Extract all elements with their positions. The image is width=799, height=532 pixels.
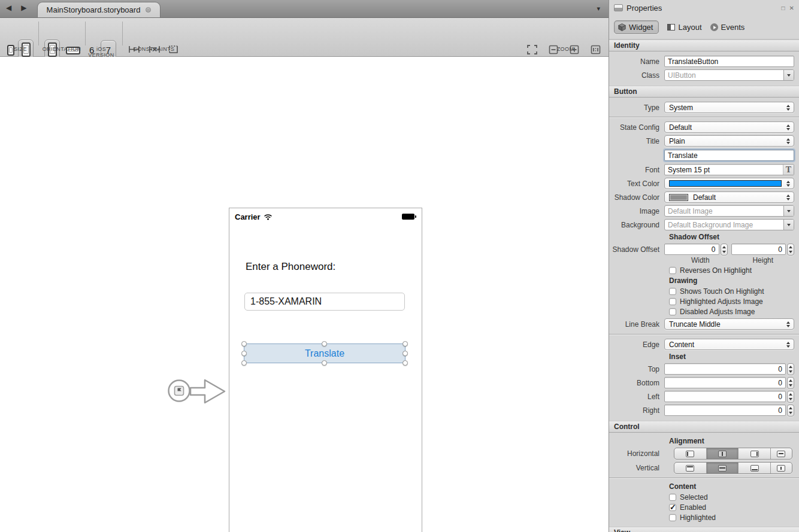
horizontal-alignment-segmented	[674, 448, 792, 460]
inset-top-input[interactable]: 0	[664, 363, 786, 375]
shadow-offset-width-stepper[interactable]	[721, 244, 728, 256]
chevron-down-icon[interactable]	[783, 206, 794, 216]
enabled-checkbox[interactable]	[669, 504, 676, 511]
inset-bottom-stepper[interactable]	[787, 377, 794, 389]
back-button[interactable]: ◀	[6, 4, 11, 12]
align-h-center-segment[interactable]	[707, 448, 739, 459]
line-break-popup[interactable]: Truncate Middle	[664, 318, 794, 330]
tab-layout[interactable]: Layout	[667, 23, 701, 32]
highlighted-row: Highlighted	[609, 512, 799, 522]
class-combo[interactable]: UIButton	[664, 69, 794, 81]
phoneword-label[interactable]: Enter a Phoneword:	[246, 261, 335, 273]
highlighted-adjusts-checkbox[interactable]	[669, 298, 676, 305]
resize-handle[interactable]	[241, 351, 247, 356]
title-mode-row: Title Plain	[609, 134, 799, 148]
title-text-row: Translate	[609, 148, 799, 163]
tab-widget[interactable]: Widget	[614, 20, 659, 34]
reverses-on-highlight-checkbox[interactable]	[669, 267, 676, 274]
shadow-color-row: Shadow Color Default	[609, 190, 799, 204]
section-button[interactable]: Button	[609, 86, 799, 98]
resize-handle[interactable]	[402, 351, 408, 356]
image-combo[interactable]: Default Image	[664, 205, 794, 217]
align-v-middle-segment[interactable]	[707, 463, 739, 473]
text-color-popup[interactable]	[664, 178, 794, 189]
section-control[interactable]: Control	[609, 421, 799, 433]
line-break-row: Line Break Truncate Middle	[609, 317, 799, 332]
disabled-adjusts-checkbox[interactable]	[669, 308, 676, 315]
align-h-right-segment[interactable]	[739, 448, 771, 459]
section-view[interactable]: View	[609, 527, 799, 532]
resize-handle[interactable]	[402, 341, 408, 346]
disabled-adjusts-label: Disabled Adjusts Image	[680, 308, 755, 316]
highlighted-checkbox[interactable]	[669, 514, 676, 521]
tab-dirty-indicator-icon[interactable]	[146, 7, 151, 13]
inset-right-input[interactable]: 0	[664, 405, 786, 416]
selected-checkbox[interactable]	[669, 494, 676, 501]
background-combo[interactable]: Default Background Image	[664, 219, 794, 230]
storyboard-canvas[interactable]: Carrier Enter a Phoneword: 1-855-XAMARIN…	[0, 57, 609, 532]
inset-left-stepper[interactable]	[787, 391, 794, 403]
chevron-down-icon[interactable]	[783, 220, 794, 230]
cube-icon	[618, 23, 626, 31]
dock-pad-button[interactable]: □	[782, 5, 785, 11]
resize-handle[interactable]	[322, 360, 327, 366]
type-popup[interactable]: System	[664, 102, 794, 113]
chevron-down-icon[interactable]	[783, 70, 794, 80]
button-title-input[interactable]: Translate	[664, 150, 794, 161]
resize-handle[interactable]	[402, 360, 408, 366]
class-label: Class	[609, 71, 664, 80]
wifi-icon	[264, 214, 273, 220]
name-input[interactable]: TranslateButton	[664, 56, 794, 67]
divider	[609, 478, 799, 479]
inset-right-stepper[interactable]	[787, 405, 794, 417]
tab-overflow-chevron-icon[interactable]: ▾	[597, 5, 600, 13]
shadow-offset-width-input[interactable]: 0	[664, 244, 719, 255]
shadow-offset-height-input[interactable]: 0	[731, 244, 786, 255]
align-v-fill-icon	[777, 465, 785, 472]
close-pad-button[interactable]: ✕	[789, 5, 794, 11]
align-h-left-segment[interactable]	[674, 448, 707, 459]
alignment-header: Alignment	[609, 436, 799, 446]
shows-touch-checkbox[interactable]	[669, 288, 676, 295]
align-h-fill-segment[interactable]	[771, 448, 792, 459]
width-label: Width	[669, 256, 732, 265]
shadow-offset-height-stepper[interactable]	[787, 244, 794, 256]
forward-button[interactable]: ▶	[21, 4, 26, 12]
tab-mainstoryboard[interactable]: MainStoryboard.storyboard	[37, 2, 161, 17]
inset-bottom-input[interactable]: 0	[664, 377, 786, 388]
align-right-icon	[750, 451, 759, 457]
inset-top-row: Top 0	[609, 362, 799, 376]
highlighted-adjusts-row: Highlighted Adjusts Image	[609, 296, 799, 306]
vertical-alignment-row: Vertical	[609, 461, 799, 475]
inset-left-input[interactable]: 0	[664, 391, 786, 402]
font-picker-button[interactable]: T	[783, 165, 794, 175]
title-mode-value: Plain	[669, 137, 685, 145]
tab-events[interactable]: Events	[710, 23, 745, 32]
edge-label: Edge	[609, 341, 664, 349]
view-controller[interactable]: Carrier Enter a Phoneword: 1-855-XAMARIN…	[229, 208, 422, 532]
title-mode-popup[interactable]: Plain	[664, 135, 794, 147]
updown-arrows-icon	[786, 138, 791, 144]
line-break-value: Truncate Middle	[669, 320, 721, 329]
state-config-popup[interactable]: Default	[664, 121, 794, 133]
resize-handle[interactable]	[322, 341, 327, 346]
translate-button-selected[interactable]: Translate	[244, 343, 405, 363]
phone-number-textfield[interactable]: 1-855-XAMARIN	[244, 293, 405, 311]
align-v-top-segment[interactable]	[674, 463, 707, 473]
inset-top-stepper[interactable]	[787, 363, 794, 375]
text-color-swatch	[669, 180, 782, 187]
highlighted-adjusts-label: Highlighted Adjusts Image	[680, 297, 763, 306]
text-color-row: Text Color	[609, 177, 799, 190]
state-config-label: State Config	[609, 123, 664, 132]
initial-view-controller-arrow-icon[interactable]	[167, 372, 228, 411]
resize-handle[interactable]	[241, 341, 247, 346]
align-v-fill-segment[interactable]	[771, 463, 792, 473]
font-field[interactable]: System 15 pt T	[664, 164, 794, 175]
edge-popup[interactable]: Content	[664, 339, 794, 350]
section-identity[interactable]: Identity	[609, 39, 799, 51]
align-v-bottom-segment[interactable]	[739, 463, 771, 473]
ios-designer-window: ◀ ▶ MainStoryboard.storyboard ▾ SIZE ORI…	[0, 0, 799, 532]
resize-handle[interactable]	[241, 360, 247, 366]
shadow-color-popup[interactable]: Default	[664, 191, 794, 203]
image-row: Image Default Image	[609, 204, 799, 218]
